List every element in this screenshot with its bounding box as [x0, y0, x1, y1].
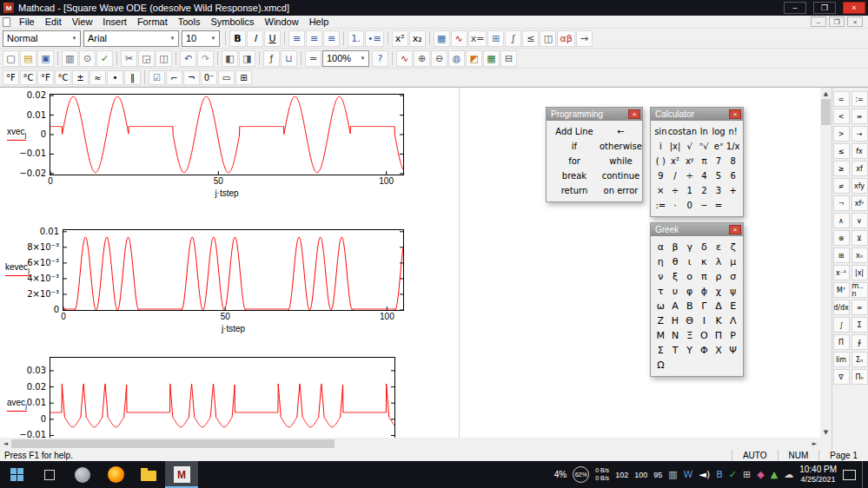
programming-toolbar-button[interactable]: ◫	[540, 30, 556, 47]
resource-window-button[interactable]: ∿	[396, 50, 413, 67]
doc-close-button[interactable]: ×	[847, 16, 863, 27]
bold-button[interactable]: B	[229, 30, 246, 47]
greek-toolbar-button[interactable]: αβ	[557, 30, 574, 47]
palette-button[interactable]: if	[549, 139, 600, 154]
palette-button[interactable]: δ	[697, 240, 712, 254]
scroll-down-button[interactable]: ▼	[820, 426, 832, 438]
minimize-button[interactable]: –	[784, 2, 806, 14]
palette-button[interactable]: ψ	[726, 284, 740, 299]
palette-button[interactable]: ζ	[726, 240, 740, 254]
palette-button[interactable]: ⁿ√	[697, 139, 712, 154]
palette-button[interactable]: ο	[682, 269, 697, 284]
scroll-up-button[interactable]: ▲	[820, 88, 832, 99]
operator-button[interactable]: ≡	[851, 109, 868, 124]
firefox-button[interactable]	[99, 461, 132, 488]
palette-button[interactable]: X	[712, 343, 726, 358]
palette-button[interactable]: 3	[712, 183, 726, 198]
palette-button[interactable]: 1/x	[726, 139, 740, 154]
evaluation-toolbar-button[interactable]: x=	[468, 30, 487, 47]
not-button[interactable]: ¬	[183, 70, 200, 85]
operator-button[interactable]: ∧	[833, 213, 850, 228]
palette-titlebar[interactable]: Greek×	[651, 223, 743, 236]
parallel-button[interactable]: ‖	[124, 70, 141, 85]
zoom-combo[interactable]: 100%▼	[322, 50, 369, 67]
palette-button[interactable]: τ	[653, 284, 668, 299]
palette-button[interactable]: ÷	[682, 168, 697, 183]
palette-button[interactable]: γ	[682, 240, 697, 254]
palette-button[interactable]: n!	[726, 124, 740, 139]
palette-button[interactable]: :=	[653, 198, 668, 213]
insert-unit-button[interactable]: ⊔	[281, 50, 297, 67]
check-grid-button[interactable]: ☑	[149, 70, 165, 85]
vpn-icon[interactable]: ▲	[771, 469, 778, 480]
excel-component-button[interactable]: ▦	[483, 50, 500, 67]
palette-button[interactable]: ξ	[668, 269, 683, 284]
palette-button[interactable]: +	[726, 183, 740, 198]
graph-toolbar-button[interactable]: ∿	[451, 30, 467, 47]
operator-button[interactable]: xfy	[851, 178, 868, 194]
palette-titlebar[interactable]: Calculator×	[651, 108, 743, 121]
palette-button[interactable]: I	[697, 313, 712, 328]
align-center-button[interactable]: ≡	[306, 30, 322, 47]
zoom-out-button[interactable]: ⊖	[431, 50, 447, 67]
palette-button[interactable]: φ	[682, 284, 697, 299]
palette-button[interactable]: /	[668, 168, 683, 183]
paste-button[interactable]: ◫	[156, 50, 172, 67]
palette-button[interactable]: H	[668, 313, 683, 328]
box-button[interactable]: ▭	[218, 70, 235, 85]
palette-button[interactable]: while	[600, 154, 642, 168]
palette-button[interactable]: sin	[653, 124, 668, 139]
show-desktop-button[interactable]	[862, 461, 865, 488]
copy-button[interactable]: ◲	[138, 50, 155, 67]
pinned-app-button[interactable]	[66, 461, 99, 488]
cloud-icon[interactable]: ☁	[784, 469, 793, 480]
palette-button[interactable]: xʸ	[682, 154, 697, 168]
palette-button[interactable]: eˣ	[712, 139, 726, 154]
palette-button[interactable]: σ	[726, 269, 740, 284]
doc-restore-button[interactable]: ❐	[829, 16, 845, 27]
operator-button[interactable]: <	[833, 109, 850, 124]
palette-button[interactable]: α	[653, 240, 668, 254]
palette-button[interactable]: |x|	[668, 139, 683, 154]
maximize-button[interactable]: ❐	[813, 2, 836, 14]
palette-button[interactable]: √	[682, 139, 697, 154]
operator-button[interactable]: xfʸ	[851, 195, 868, 211]
operator-button[interactable]: fx	[851, 143, 868, 159]
palette-button[interactable]: Ξ	[682, 328, 697, 343]
palette-button[interactable]: K	[712, 313, 726, 328]
boolean-toolbar-button[interactable]: ≤	[522, 30, 539, 47]
horizontal-scroll-thumb[interactable]	[11, 439, 335, 448]
align-across-button[interactable]: ◧	[222, 50, 238, 67]
insert-function-button[interactable]: ƒ	[263, 50, 280, 67]
palette-button[interactable]: Δ	[712, 299, 726, 313]
palette-button[interactable]: 4	[697, 168, 712, 183]
palette-button[interactable]: Add Line	[549, 124, 600, 139]
vertical-scroll-thumb[interactable]	[821, 99, 831, 125]
file-explorer-button[interactable]	[132, 461, 165, 488]
palette-button[interactable]: λ	[712, 254, 726, 269]
palette-button[interactable]: Γ	[697, 299, 712, 313]
operator-button[interactable]: ∨	[851, 213, 868, 228]
operator-button[interactable]: Σₙ	[851, 352, 868, 367]
operator-button[interactable]: lim	[833, 352, 850, 367]
menu-file[interactable]: File	[14, 16, 40, 27]
palette-button[interactable]: A	[668, 299, 683, 313]
palette-button[interactable]: Σ	[653, 343, 668, 358]
calculator-toolbar-button[interactable]: ▦	[434, 30, 450, 47]
mathcad-button[interactable]: M	[165, 461, 198, 488]
palette-button[interactable]: ·	[668, 198, 683, 213]
palette-button[interactable]: κ	[697, 254, 712, 269]
palette-button[interactable]: M	[653, 328, 668, 343]
palette-button[interactable]: Λ	[726, 313, 740, 328]
palette-button[interactable]: continue	[600, 168, 642, 183]
grid-button[interactable]: ⊞	[235, 70, 252, 85]
palette-button[interactable]: log	[712, 124, 726, 139]
palette-button[interactable]: 9	[653, 168, 668, 183]
menu-view[interactable]: View	[67, 16, 98, 27]
save-button[interactable]: ▣	[37, 50, 54, 67]
palette-button[interactable]: ρ	[712, 269, 726, 284]
operator-button[interactable]: ⊻	[851, 230, 868, 246]
palette-button[interactable]: return	[549, 183, 600, 198]
size-combo[interactable]: 10▼	[182, 30, 220, 47]
menu-insert[interactable]: Insert	[97, 16, 132, 27]
